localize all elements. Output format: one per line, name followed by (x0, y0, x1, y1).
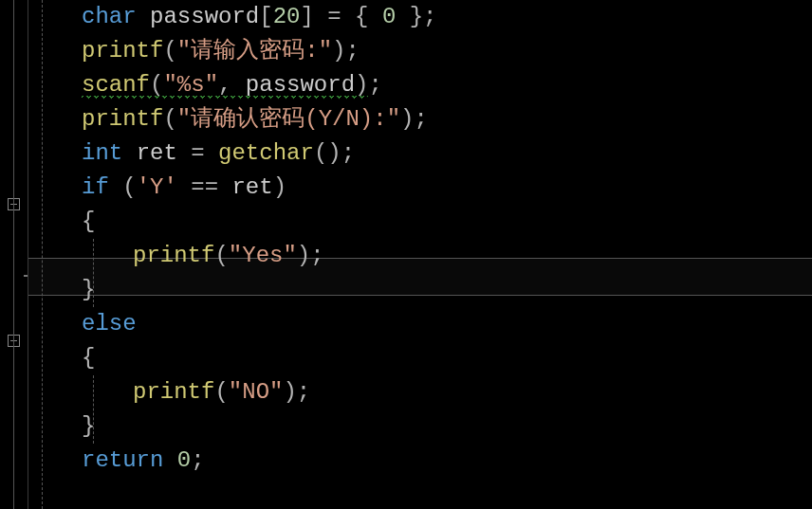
identifier-ret: ret (231, 174, 272, 200)
string-literal: "请确认密码(Y/N):" (177, 106, 400, 132)
code-line[interactable]: return 0; (28, 444, 812, 478)
func-printf: printf (82, 38, 163, 64)
identifier-password: password (150, 4, 259, 29)
func-printf: printf (133, 379, 214, 405)
code-line[interactable]: int ret = getchar(); (28, 136, 812, 171)
gutter (0, 0, 28, 509)
code-line[interactable]: printf("NO"); (28, 375, 812, 409)
operator-eq: == (191, 174, 218, 200)
keyword-if: if (82, 174, 109, 200)
brace-close: } (82, 413, 95, 439)
func-printf: printf (82, 106, 163, 132)
identifier-password: password (246, 72, 355, 98)
code-line[interactable]: { (28, 205, 812, 239)
code-line[interactable]: char password[20] = { 0 }; (28, 0, 812, 34)
keyword-int: int (82, 140, 122, 166)
number-0: 0 (382, 4, 396, 29)
code-line[interactable]: } (28, 409, 812, 444)
func-printf: printf (133, 243, 214, 268)
string-literal: "NO" (229, 379, 284, 405)
identifier-ret: ret (137, 140, 177, 166)
func-scanf: scanf (82, 72, 150, 98)
number-20: 20 (273, 4, 301, 29)
brace-open: { (82, 345, 95, 371)
keyword-char: char (82, 4, 137, 29)
code-line[interactable]: } (28, 273, 812, 307)
brace-close: } (82, 277, 95, 302)
code-editor[interactable]: char password[20] = { 0 }; printf("请输入密码… (0, 0, 812, 509)
code-area[interactable]: char password[20] = { 0 }; printf("请输入密码… (28, 0, 812, 509)
code-line[interactable]: printf("请输入密码:"); (28, 34, 812, 68)
brace-open: { (82, 209, 95, 234)
code-line[interactable]: printf("请确认密码(Y/N):"); (28, 102, 812, 136)
string-literal: "请输入密码:" (177, 38, 332, 64)
code-line[interactable]: { (28, 341, 812, 375)
string-literal: "%s" (163, 72, 218, 98)
number-0: 0 (177, 447, 191, 473)
keyword-else: else (82, 311, 137, 336)
string-literal: "Yes" (229, 243, 297, 268)
code-line-current[interactable]: printf("Yes"); (28, 239, 812, 273)
code-line[interactable]: if ('Y' == ret) (28, 171, 812, 205)
fold-line-outer (13, 0, 14, 509)
func-getchar: getchar (218, 140, 314, 166)
code-line[interactable]: scanf("%s", password); (28, 68, 812, 102)
char-literal-Y: 'Y' (137, 174, 177, 200)
keyword-return: return (82, 447, 163, 473)
warning-squiggle: scanf("%s", password) (82, 72, 368, 100)
code-line[interactable]: else (28, 307, 812, 341)
